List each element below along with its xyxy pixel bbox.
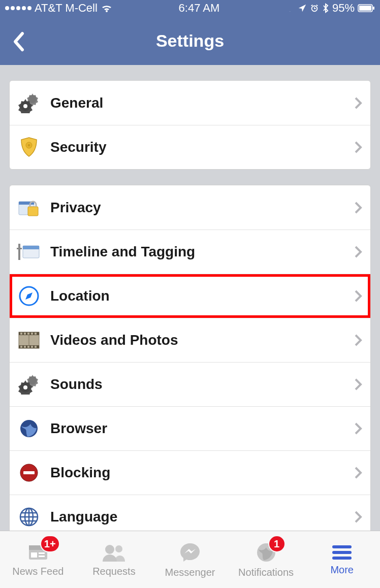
- row-label: Browser: [50, 420, 354, 437]
- svg-rect-52: [332, 551, 352, 554]
- chevron-right-icon: [354, 96, 362, 110]
- people-icon: [101, 542, 127, 563]
- svg-rect-23: [31, 333, 33, 335]
- block-icon: [16, 460, 42, 486]
- shield-icon: [16, 134, 42, 160]
- tab-requests[interactable]: Requests: [76, 531, 152, 588]
- row-blocking[interactable]: Blocking: [10, 450, 370, 495]
- tab-label: Notifications: [238, 567, 294, 578]
- status-left: AT&T M-Cell: [5, 2, 113, 15]
- svg-rect-45: [31, 552, 37, 558]
- page-title: Settings: [156, 31, 224, 51]
- svg-rect-26: [24, 346, 26, 348]
- wifi-icon: [101, 3, 113, 13]
- svg-rect-15: [17, 248, 22, 249]
- tab-label: News Feed: [12, 566, 64, 577]
- row-label: Timeline and Tagging: [50, 244, 354, 260]
- settings-group-1: General Security: [9, 80, 371, 170]
- moon-icon: [286, 4, 295, 13]
- svg-rect-21: [24, 333, 26, 335]
- row-label: Sounds: [50, 376, 354, 393]
- status-time: 6:47 AM: [179, 2, 220, 15]
- tab-label: Requests: [92, 566, 136, 577]
- filmstrip-icon: [16, 327, 42, 353]
- svg-point-48: [105, 545, 114, 554]
- svg-rect-51: [332, 545, 352, 548]
- svg-rect-27: [27, 346, 29, 348]
- row-browser[interactable]: Browser: [10, 406, 370, 450]
- badge: 1: [268, 535, 286, 552]
- status-right: 95%: [286, 2, 375, 15]
- badge: 1+: [40, 535, 60, 552]
- chevron-right-icon: [354, 422, 362, 435]
- globe-wire-icon: [16, 504, 42, 530]
- svg-point-33: [23, 385, 27, 389]
- svg-rect-20: [20, 333, 22, 335]
- globe-icon: [16, 415, 42, 442]
- alarm-icon: [310, 4, 319, 13]
- tab-messenger[interactable]: Messenger: [152, 531, 228, 588]
- chevron-right-icon: [354, 466, 362, 479]
- svg-rect-2: [359, 6, 371, 11]
- tab-bar: 1+ News Feed Requests Messenger 1 Notifi…: [0, 531, 380, 588]
- carrier-label: AT&T M-Cell: [35, 2, 98, 15]
- row-label: Language: [50, 509, 354, 525]
- svg-rect-11: [28, 207, 38, 216]
- svg-point-8: [28, 144, 30, 146]
- row-videos[interactable]: Videos and Photos: [10, 318, 370, 362]
- tab-notifications[interactable]: 1 Notifications: [228, 531, 304, 588]
- status-bar: AT&T M-Cell 6:47 AM 95%: [0, 0, 380, 16]
- location-arrow-icon: [298, 4, 307, 13]
- chevron-right-icon: [354, 289, 362, 303]
- svg-rect-53: [332, 557, 352, 560]
- tab-label: Messenger: [165, 567, 215, 578]
- chevron-right-icon: [354, 334, 362, 347]
- tab-more[interactable]: More: [304, 531, 380, 588]
- settings-content: General Security Privacy: [0, 80, 380, 539]
- svg-rect-14: [18, 244, 20, 260]
- tab-newsfeed[interactable]: 1+ News Feed: [0, 531, 76, 588]
- svg-rect-22: [27, 333, 29, 335]
- row-sounds[interactable]: Sounds: [10, 362, 370, 406]
- tab-label: More: [330, 564, 354, 576]
- timeline-icon: [16, 239, 42, 265]
- back-button[interactable]: [12, 30, 33, 51]
- row-location[interactable]: Location: [10, 274, 370, 318]
- battery-percent: 95%: [332, 2, 355, 15]
- svg-point-49: [115, 545, 122, 552]
- battery-icon: [358, 4, 375, 12]
- gears-icon: [16, 371, 42, 398]
- row-label: Location: [50, 288, 354, 304]
- row-label: Blocking: [50, 465, 354, 481]
- row-label: Videos and Photos: [50, 332, 354, 348]
- nav-bar: Settings: [0, 16, 380, 65]
- signal-dots-icon: [5, 6, 31, 10]
- svg-rect-46: [39, 552, 45, 554]
- svg-rect-29: [35, 346, 37, 348]
- svg-rect-13: [23, 246, 39, 249]
- svg-rect-3: [373, 7, 374, 10]
- row-timeline[interactable]: Timeline and Tagging: [10, 230, 370, 274]
- hamburger-icon: [331, 544, 353, 561]
- row-label: Privacy: [50, 200, 354, 216]
- messenger-icon: [178, 541, 202, 564]
- chevron-right-icon: [354, 510, 362, 524]
- svg-rect-47: [39, 556, 45, 557]
- svg-rect-25: [20, 346, 22, 348]
- svg-rect-28: [31, 346, 33, 348]
- chevron-right-icon: [354, 378, 362, 391]
- bluetooth-icon: [322, 3, 329, 13]
- settings-group-2: Privacy Timeline and Tagging Location: [9, 185, 371, 539]
- privacy-lock-icon: [16, 194, 42, 221]
- compass-icon: [16, 283, 42, 309]
- chevron-right-icon: [354, 141, 362, 154]
- row-label: Security: [50, 139, 354, 155]
- row-label: General: [50, 95, 354, 111]
- row-general[interactable]: General: [10, 81, 370, 125]
- row-privacy[interactable]: Privacy: [10, 185, 370, 230]
- gears-icon: [16, 90, 42, 116]
- row-security[interactable]: Security: [10, 125, 370, 169]
- chevron-right-icon: [354, 245, 362, 258]
- svg-point-6: [23, 104, 27, 108]
- chevron-right-icon: [354, 201, 362, 214]
